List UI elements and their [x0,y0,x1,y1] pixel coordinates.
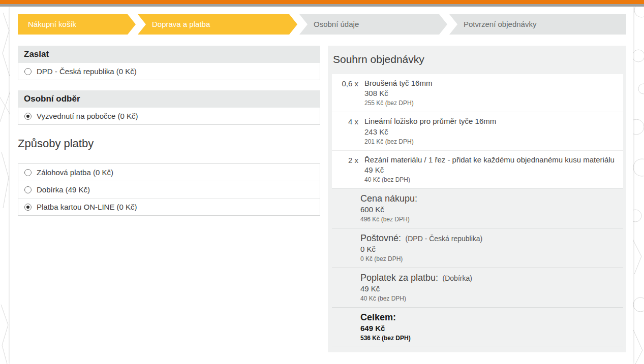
total-price: 600 Kč [360,205,617,214]
payment-option-label: Platba kartou ON-LINE (0 Kč) [37,203,137,211]
radio-unselected-icon[interactable] [24,169,32,176]
breadcrumb-step-label: Potvrzení objednávky [464,20,536,28]
shipping-section-send: Zaslat DPD - Česká republika (0 Kč) [18,46,320,80]
total-row-payment-fee: Poplatek za platbu: (Dobírka) 49 Kč 40 K… [332,268,623,308]
breadcrumb-step-cart[interactable]: Nákupní košík [18,14,136,35]
breadcrumb-step-confirmation[interactable]: Potvrzení objednávky [449,14,626,35]
payment-options-list: Zálohová platba (0 Kč) Dobírka (49 Kč) P… [18,163,320,216]
item-quantity: 0,6 x [332,79,358,107]
section-title: Zaslat [18,46,320,63]
shipping-option-pickup[interactable]: Vyzvednutí na pobočce (0 Kč) [18,108,320,125]
section-title: Osobní odběr [18,90,320,108]
item-price-no-vat: 255 Kč (bez DPH) [364,100,617,107]
total-price: 649 Kč [360,324,617,333]
radio-unselected-icon[interactable] [24,68,32,75]
breadcrumb-step-label: Osobní údaje [314,20,359,28]
shipping-option-label: Vyzvednutí na pobočce (0 Kč) [37,112,138,120]
item-name: Řezání materiálu / 1 řez - přidat ke kaž… [364,155,617,164]
payment-option-label: Dobírka (49 Kč) [37,185,90,194]
top-gray-bar [0,4,644,7]
total-note: (DPD - Česká republika) [406,235,483,243]
shipping-option-label: DPD - Česká republika (0 Kč) [37,67,137,76]
order-item: 2 x Řezání materiálu / 1 řez - přidat ke… [332,151,623,188]
item-name: Broušená tyč 16mm [364,79,617,88]
breadcrumb-step-shipping-payment[interactable]: Doprava a platba [138,14,297,35]
order-totals: Cena nákupu: 600 Kč 496 Kč (bez DPH) Poš… [332,189,623,347]
breadcrumb: Nákupní košík Doprava a platba Osobní úd… [18,14,626,35]
total-label: Poplatek za platbu: [360,273,438,283]
order-summary-title: Souhrn objednávky [328,46,626,74]
total-row-purchase-price: Cena nákupu: 600 Kč 496 Kč (bez DPH) [332,189,623,228]
item-price: 308 Kč [364,89,617,97]
top-orange-bar [0,0,644,4]
total-label: Cena nákupu: [360,193,417,204]
item-name: Lineární ložisko pro průměr tyče 16mm [364,117,617,126]
total-row-grand-total: Celkem: 649 Kč 536 Kč (bez DPH) [332,308,623,347]
radio-selected-icon[interactable] [24,113,32,120]
item-price-no-vat: 201 Kč (bez DPH) [364,138,617,145]
total-price: 49 Kč [360,284,617,293]
total-price-no-vat: 40 Kč (bez DPH) [360,295,617,302]
payment-methods-title: Způsoby platby [18,137,320,150]
payment-option-card-online[interactable]: Platba kartou ON-LINE (0 Kč) [18,198,320,215]
checkout-page: Nákupní košík Doprava a platba Osobní úd… [10,7,633,364]
total-label: Celkem: [360,312,396,322]
radio-selected-icon[interactable] [24,204,32,211]
item-price-no-vat: 40 Kč (bez DPH) [364,176,617,183]
breadcrumb-step-label: Doprava a platba [152,20,210,28]
payment-option-label: Zálohová platba (0 Kč) [37,168,113,177]
total-price-no-vat: 536 Kč (bez DPH) [360,335,617,342]
order-item: 0,6 x Broušená tyč 16mm 308 Kč 255 Kč (b… [332,74,623,112]
radio-unselected-icon[interactable] [24,186,32,193]
order-items-list: 0,6 x Broušená tyč 16mm 308 Kč 255 Kč (b… [332,74,623,189]
item-price: 49 Kč [364,166,617,174]
shipping-payment-column: Zaslat DPD - Česká republika (0 Kč) Osob… [18,46,320,216]
item-quantity: 2 x [332,155,358,183]
total-price-no-vat: 496 Kč (bez DPH) [360,216,617,223]
total-label: Poštovné: [360,233,401,243]
shipping-option-dpd[interactable]: DPD - Česká republika (0 Kč) [18,63,320,80]
total-price: 0 Kč [360,245,617,253]
payment-option-advance[interactable]: Zálohová platba (0 Kč) [18,164,320,181]
item-quantity: 4 x [332,117,358,145]
total-price-no-vat: 0 Kč (bez DPH) [360,255,617,262]
shipping-section-pickup: Osobní odběr Vyzvednutí na pobočce (0 Kč… [18,90,320,125]
item-price: 243 Kč [364,127,617,136]
total-row-shipping: Poštovné: (DPD - Česká republika) 0 Kč 0… [332,228,623,268]
payment-option-cod[interactable]: Dobírka (49 Kč) [18,181,320,198]
total-note: (Dobírka) [443,274,472,282]
breadcrumb-step-label: Nákupní košík [28,20,76,28]
order-summary-panel: Souhrn objednávky 0,6 x Broušená tyč 16m… [328,46,626,352]
breadcrumb-step-personal-data[interactable]: Osobní údaje [299,14,447,35]
order-item: 4 x Lineární ložisko pro průměr tyče 16m… [332,112,623,150]
